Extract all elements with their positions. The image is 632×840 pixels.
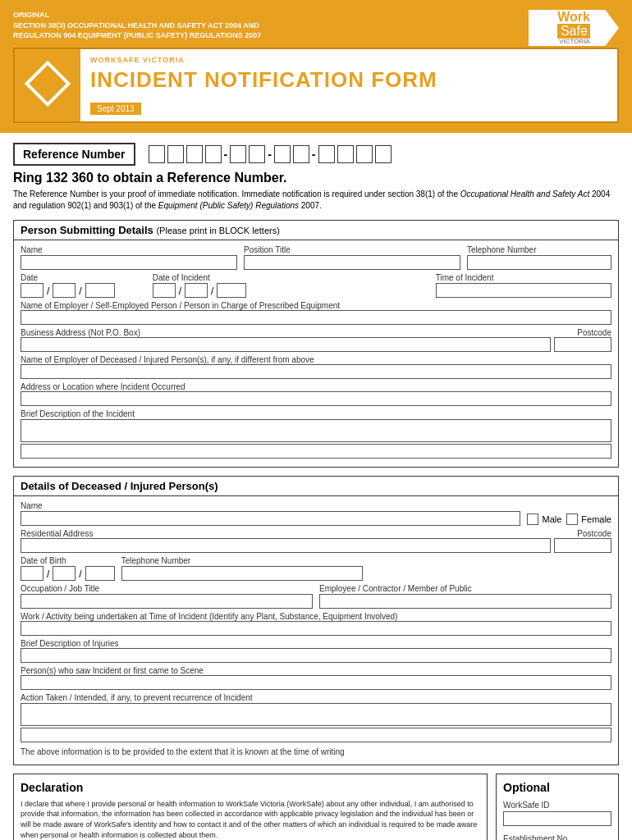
- occupation-input[interactable]: [21, 594, 313, 609]
- header-bar: ORIGINAL SECTION 38(3) OCCUPATIONAL HEAL…: [0, 0, 632, 48]
- ref-box-12[interactable]: [375, 145, 392, 163]
- reference-label-box: Reference Number: [13, 143, 135, 166]
- ref-box-7[interactable]: [274, 145, 291, 163]
- injured-name-input[interactable]: [21, 511, 520, 526]
- telephone-field: Telephone Number: [467, 245, 611, 270]
- inj-telephone-input[interactable]: [121, 566, 364, 581]
- person-section: Person Submitting Details (Please print …: [13, 220, 619, 468]
- ref-box-1[interactable]: [149, 145, 165, 163]
- dob-day-input[interactable]: [21, 566, 44, 581]
- form-date: Sept 2013: [90, 103, 141, 115]
- date-year-input[interactable]: [85, 283, 115, 298]
- name-input[interactable]: [21, 255, 237, 270]
- ref-box-6[interactable]: [249, 145, 265, 163]
- ref-box-11[interactable]: [356, 145, 373, 163]
- ring-text: Ring 132 360 to obtain a Reference Numbe…: [13, 171, 619, 185]
- form-header-content: WORKSAFE VICTORIA INCIDENT NOTIFICATION …: [80, 49, 617, 121]
- position-field: Position Title: [244, 245, 460, 270]
- incident-month-input[interactable]: [185, 283, 208, 298]
- injured-section: Details of Deceased / Injured Person(s) …: [13, 476, 619, 765]
- address-incident-input[interactable]: [21, 391, 611, 406]
- residential-address-input[interactable]: [21, 538, 551, 553]
- worksafe-id-input[interactable]: [503, 811, 611, 826]
- form-title: INCIDENT NOTIFICATION FORM: [90, 67, 607, 93]
- employer-deceased-input[interactable]: [21, 364, 611, 379]
- brief-desc-input[interactable]: [21, 419, 611, 442]
- ref-box-9[interactable]: [318, 145, 335, 163]
- date-day-input[interactable]: [21, 283, 44, 298]
- brief-injuries-input[interactable]: [21, 648, 611, 663]
- person-section-header: Person Submitting Details (Please print …: [14, 221, 618, 240]
- incident-year-input[interactable]: [217, 283, 246, 298]
- worksafe-victoria-label: WORKSAFE VICTORIA: [90, 56, 607, 64]
- incident-day-input[interactable]: [153, 283, 176, 298]
- ref-box-5[interactable]: [230, 145, 246, 163]
- name-field: Name: [21, 245, 237, 270]
- position-input[interactable]: [244, 255, 460, 270]
- action-taken-input[interactable]: [21, 703, 611, 726]
- action-taken-input-2[interactable]: [21, 728, 611, 742]
- ref-box-10[interactable]: [337, 145, 354, 163]
- ref-box-4[interactable]: [205, 145, 222, 163]
- dob-year-input[interactable]: [85, 566, 115, 581]
- content: Reference Number - - - Ring 132 360 t: [0, 133, 632, 840]
- injured-name-field: Name: [21, 501, 520, 526]
- reference-row: Reference Number - - -: [13, 143, 619, 166]
- ref-box-3[interactable]: [186, 145, 203, 163]
- employer-name-input[interactable]: [21, 310, 611, 325]
- ref-boxes: - - -: [149, 145, 392, 163]
- business-address-input[interactable]: [21, 337, 551, 352]
- declaration-box: Declaration I declare that where I provi…: [13, 774, 488, 840]
- employee-input[interactable]: [319, 594, 611, 609]
- ring-subtext: The Reference Number is your proof of im…: [13, 189, 619, 212]
- telephone-input[interactable]: [467, 255, 611, 270]
- date-incident-field: Date of Incident / /: [153, 273, 247, 298]
- injured-section-header: Details of Deceased / Injured Person(s): [14, 477, 618, 496]
- ref-box-8[interactable]: [293, 145, 309, 163]
- time-field: Time of Incident: [436, 273, 611, 298]
- bottom-row: Declaration I declare that where I provi…: [13, 774, 619, 840]
- page: ORIGINAL SECTION 38(3) OCCUPATIONAL HEAL…: [0, 0, 632, 840]
- time-input[interactable]: [436, 283, 611, 298]
- work-activity-input[interactable]: [21, 621, 611, 636]
- worksafe-diamond-logo: [15, 49, 80, 121]
- inj-telephone-field: Telephone Number: [121, 556, 364, 581]
- business-postcode-input[interactable]: [554, 337, 611, 352]
- persons-saw-input[interactable]: [21, 675, 611, 690]
- date-month-input[interactable]: [53, 283, 76, 298]
- header-top-text: ORIGINAL SECTION 38(3) OCCUPATIONAL HEAL…: [13, 10, 619, 41]
- male-checkbox[interactable]: [527, 514, 538, 525]
- brief-desc-input-2[interactable]: [21, 444, 611, 459]
- dob-month-input[interactable]: [53, 566, 76, 581]
- ref-box-2[interactable]: [167, 145, 184, 163]
- dob-field: Date of Birth / /: [21, 556, 115, 581]
- occupation-field: Occupation / Job Title: [21, 584, 313, 609]
- optional-box: Optional WorkSafe ID Establishment No: [496, 774, 619, 840]
- residential-postcode-input[interactable]: [554, 538, 611, 553]
- worksafe-logo: WorkSafe VICTORIA: [529, 10, 619, 46]
- form-header: WORKSAFE VICTORIA INCIDENT NOTIFICATION …: [0, 48, 632, 133]
- employee-field: Employee / Contractor / Member of Public: [319, 584, 611, 609]
- date-field: Date / /: [21, 273, 115, 298]
- female-checkbox[interactable]: [566, 514, 578, 525]
